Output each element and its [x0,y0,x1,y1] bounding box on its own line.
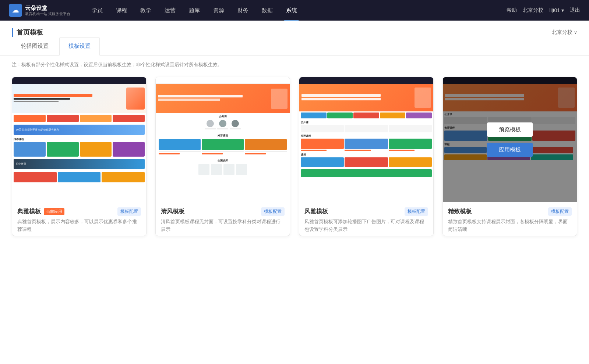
page-header: 首页模板 北京分校 ∨ [0,21,589,37]
template-preview-2: 公开课 [156,77,290,202]
nav-item-students[interactable]: 学员 [85,0,109,21]
template-1-info: 典雅模板 当前应用 模板配置 典雅首页模板，展示内容较多，可以展示优惠券和多个推… [12,202,146,236]
template-4-overlay: 预览模板 应用模板 [443,77,577,202]
branch-button[interactable]: 北京分校 [523,7,543,14]
nav-item-teaching[interactable]: 教学 [134,0,158,21]
branch-selector[interactable]: 北京分校 ∨ [552,29,577,36]
template-3-config-button[interactable]: 模板配置 [405,207,428,216]
template-4-info: 精致模板 模板配置 精致首页模板支持课程展示封面，各模板分隔明显，界面简洁清晰 [443,202,577,236]
template-preview-3: 公开课 推荐课程 [299,77,433,202]
nav-item-resources[interactable]: 资源 [207,0,231,21]
template-4-name: 精致模板 [448,208,472,215]
template-1-active-badge: 当前应用 [44,208,64,215]
user-menu[interactable]: lijt01 ▾ [549,7,564,13]
template-4-desc: 精致首页模板支持课程展示封面，各模板分隔明显，界面简洁清晰 [448,218,572,233]
nav-item-system[interactable]: 系统 [279,0,304,21]
navbar-right: 帮助 北京分校 lijt01 ▾ 退出 [507,7,580,14]
templates-grid: 30天 让你摆脱平庸 知识使你更有魅力 推荐课程 职业教育 [0,74,589,248]
template-card-4: 公开课 推荐课程 [442,77,577,236]
logo[interactable]: ☁ 云朵设堂 教育机构一站 式服务云平台 [9,4,70,17]
apply-template-4-button[interactable]: 应用模板 [487,143,533,157]
nav-item-operations[interactable]: 运营 [158,0,182,21]
template-card-3: 公开课 推荐课程 [299,77,434,236]
chevron-down-icon: ∨ [574,30,577,35]
template-2-name: 清风模板 [161,208,184,215]
template-2-config-button[interactable]: 模板配置 [261,207,285,216]
apply-template-1-button[interactable] [57,143,101,150]
preview-template-1-button[interactable] [57,129,101,137]
apply-template-3-button[interactable]: 应用模板 [343,143,389,157]
template-preview-4: 公开课 推荐课程 [443,77,577,202]
template-preview-1: 30天 让你摆脱平庸 知识使你更有魅力 推荐课程 职业教育 [12,77,146,202]
preview-template-4-button[interactable]: 预览模板 [487,122,533,137]
apply-template-2-button[interactable]: 应用模板 [200,143,246,157]
nav-item-finance[interactable]: 财务 [231,0,255,21]
template-1-config-button[interactable]: 模板配置 [117,207,141,216]
page-title: 首页模板 [12,28,43,37]
page-container: 首页模板 北京分校 ∨ 轮播图设置 模板设置 注：模板有部分个性化样式设置，设置… [0,21,589,364]
template-1-desc: 典雅首页模板，展示内容较多，可以展示优惠券和多个推荐课程 [17,218,141,233]
template-3-desc: 风雅首页模板可添加轮播图下广告图片，可对课程及课程包设置学科分类展示 [304,218,428,233]
note-bar: 注：模板有部分个性化样式设置，设置后仅当前模板生效；非个性化样式设置后针对所有模… [0,56,589,74]
note-text: 注：模板有部分个性化样式设置，设置后仅当前模板生效；非个性化样式设置后针对所有模… [12,62,222,67]
nav-item-courses[interactable]: 课程 [109,0,134,21]
nav-item-data[interactable]: 数据 [255,0,279,21]
tab-carousel[interactable]: 轮播图设置 [12,37,58,55]
tab-template[interactable]: 模板设置 [59,37,100,56]
preview-template-2-button[interactable]: 预览模板 [200,122,246,137]
logout-button[interactable]: 退出 [570,7,580,14]
template-2-info: 清风模板 模板配置 清风首页模板课程无封面，可设置按学科分类对课程进行展示 [156,202,290,236]
nav-menu: 学员 课程 教学 运营 题库 资源 财务 数据 系统 [85,0,507,21]
template-3-name: 风雅模板 [304,208,328,215]
preview-template-3-button[interactable]: 预览模板 [343,122,389,137]
tabs-bar: 轮播图设置 模板设置 [0,37,589,56]
template-1-name: 典雅模板 [17,208,41,215]
nav-item-questions[interactable]: 题库 [182,0,207,21]
template-3-info: 风雅模板 模板配置 风雅首页模板可添加轮播图下广告图片，可对课程及课程包设置学科… [299,202,433,236]
logo-icon: ☁ [9,4,22,17]
template-4-config-button[interactable]: 模板配置 [548,207,572,216]
template-2-desc: 清风首页模板课程无封面，可设置按学科分类对课程进行展示 [161,218,285,233]
logo-text: 云朵设堂 教育机构一站 式服务云平台 [25,4,70,17]
template-card-2: 公开课 [155,77,290,236]
navbar: ☁ 云朵设堂 教育机构一站 式服务云平台 学员 课程 教学 运营 题库 资源 财… [0,0,589,21]
template-card-1: 30天 让你摆脱平庸 知识使你更有魅力 推荐课程 职业教育 [12,77,147,236]
help-button[interactable]: 帮助 [507,7,517,14]
